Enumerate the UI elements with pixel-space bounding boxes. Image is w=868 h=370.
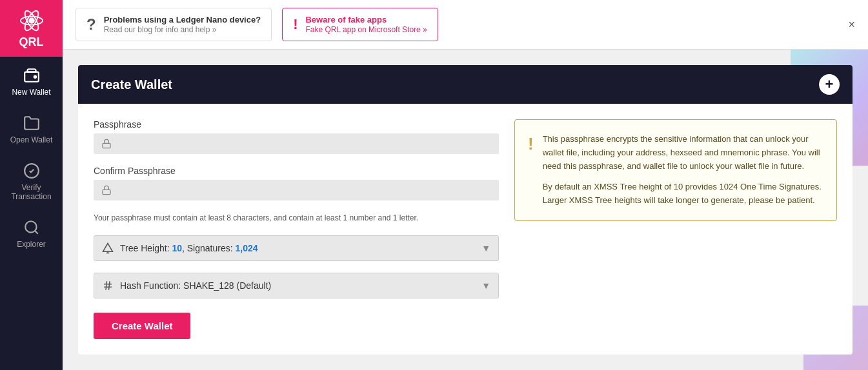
passphrase-label: Passphrase [94, 119, 499, 130]
info-para1: This passphrase encrypts the sensitive i… [543, 133, 823, 173]
svg-point-5 [34, 76, 35, 78]
passphrase-hint: Your passphrase must contain at least 8 … [94, 212, 499, 224]
sidebar-item-explorer-label: Explorer [17, 240, 46, 249]
info-para2: By default an XMSS Tree height of 10 pro… [543, 180, 823, 208]
fake-apps-title: Beware of fake apps [305, 15, 427, 24]
sidebar-item-open-wallet-label: Open Wallet [10, 135, 53, 144]
sidebar-item-explorer[interactable]: Explorer [0, 209, 63, 257]
sidebar-logo-text: QRL [19, 35, 44, 49]
lock-confirm-icon [101, 185, 112, 195]
confirm-passphrase-label: Confirm Passphrase [94, 166, 499, 176]
create-wallet-card: Create Wallet + Passphrase [78, 65, 853, 355]
card-title: Create Wallet [91, 77, 172, 92]
exclamation-icon: ! [293, 16, 298, 33]
sidebar: QRL New Wallet Open Wallet Verify Transa… [0, 0, 63, 370]
tree-height-value: 10 [172, 243, 182, 253]
open-wallet-icon [23, 115, 40, 131]
sidebar-item-verify-label: Verify Transaction [5, 183, 57, 201]
fake-apps-alert: ! Beware of fake apps Fake QRL app on Mi… [282, 8, 438, 41]
verify-icon [23, 162, 40, 179]
lock-icon [101, 139, 112, 149]
svg-point-0 [28, 17, 35, 24]
passphrase-group: Passphrase [94, 119, 499, 154]
hash-function-chevron-icon: ▼ [481, 280, 490, 291]
card-header: Create Wallet + [78, 65, 853, 104]
tree-height-chevron-icon: ▼ [481, 243, 490, 253]
wallet-icon [23, 67, 40, 84]
card-body: Passphrase Confirm Passphrase [78, 104, 853, 355]
hash-function-select[interactable]: Hash Function: SHAKE_128 (Default) ▼ [94, 273, 499, 298]
create-wallet-button[interactable]: Create Wallet [94, 313, 190, 339]
card-plus-button[interactable]: + [819, 74, 840, 95]
ledger-alert: ? Problems using a Ledger Nano device? R… [76, 8, 272, 41]
fake-apps-subtitle: Fake QRL app on Microsoft Store » [305, 25, 427, 34]
hash-icon [102, 280, 114, 291]
form-section: Passphrase Confirm Passphrase [94, 119, 499, 339]
tree-height-label: Tree Height: 10, Signatures: 1,024 [120, 243, 475, 253]
tree-height-signatures: 1,024 [235, 243, 257, 253]
ledger-alert-text: Problems using a Ledger Nano device? Rea… [104, 15, 261, 34]
sidebar-item-new-wallet-label: New Wallet [12, 88, 50, 97]
svg-line-12 [106, 281, 107, 290]
sidebar-logo: QRL [0, 0, 63, 57]
search-icon [23, 219, 40, 236]
tree-height-select[interactable]: Tree Height: 10, Signatures: 1,024 ▼ [94, 235, 499, 261]
main-content: ? Problems using a Ledger Nano device? R… [63, 0, 868, 370]
content-area: Create Wallet + Passphrase [63, 50, 868, 370]
sidebar-item-verify-transaction[interactable]: Verify Transaction [0, 152, 63, 209]
info-box-text: This passphrase encrypts the sensitive i… [543, 133, 823, 208]
confirm-passphrase-input[interactable] [117, 185, 491, 195]
svg-point-7 [25, 221, 36, 232]
qrl-logo-icon [19, 8, 44, 33]
info-exclamation-icon: ! [528, 134, 534, 208]
sidebar-item-new-wallet[interactable]: New Wallet [0, 57, 63, 104]
passphrase-input-wrapper [94, 133, 499, 154]
confirm-passphrase-input-wrapper [94, 180, 499, 200]
info-box: ! This passphrase encrypts the sensitive… [514, 119, 837, 221]
close-button[interactable]: × [848, 18, 855, 32]
confirm-passphrase-group: Confirm Passphrase [94, 166, 499, 200]
ledger-alert-subtitle: Read our blog for info and help » [104, 25, 217, 34]
question-icon: ? [86, 15, 96, 34]
ledger-alert-title: Problems using a Ledger Nano device? [104, 15, 261, 24]
fake-apps-alert-text: Beware of fake apps Fake QRL app on Micr… [305, 15, 427, 34]
top-bar: ? Problems using a Ledger Nano device? R… [63, 0, 868, 50]
sidebar-item-open-wallet[interactable]: Open Wallet [0, 104, 63, 152]
passphrase-input[interactable] [117, 139, 491, 149]
svg-line-13 [109, 281, 110, 290]
hash-function-label: Hash Function: SHAKE_128 (Default) [120, 280, 475, 291]
svg-rect-8 [103, 143, 110, 148]
tree-icon [102, 242, 114, 254]
svg-rect-9 [103, 190, 110, 194]
